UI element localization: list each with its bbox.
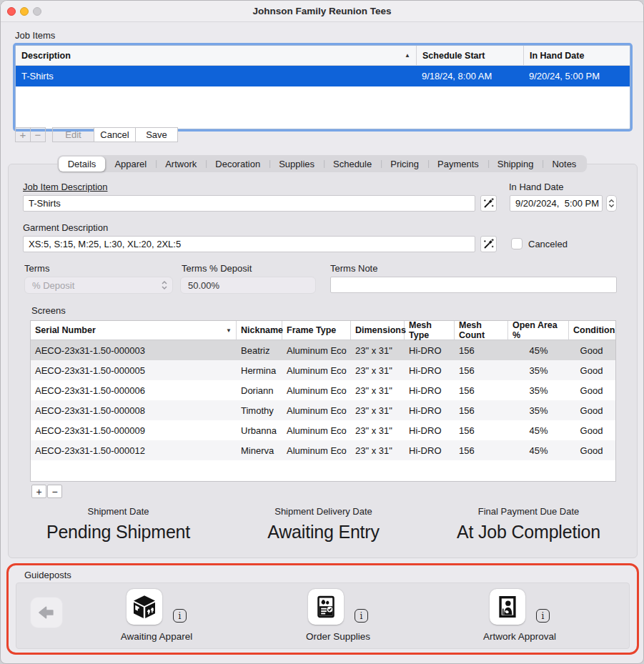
info-icon: i xyxy=(360,611,363,621)
tab-apparel[interactable]: Apparel xyxy=(105,157,156,172)
artwork-icon xyxy=(495,595,520,619)
job-item-inhand-cell: 9/20/24, 5:00 PM xyxy=(523,66,630,86)
info-button[interactable]: i xyxy=(173,609,187,623)
terms-deposit-field[interactable]: 50.00% xyxy=(180,277,316,294)
app-window: Johnson Family Reunion Tees Job Items De… xyxy=(0,0,644,664)
column-header-open-area[interactable]: Open Area % xyxy=(508,321,569,340)
tab-notes[interactable]: Notes xyxy=(543,157,585,172)
screen-row[interactable]: AECO-23x31-1.50-000005 Hermina Aluminum … xyxy=(31,360,615,380)
column-header-mesh-count[interactable]: Mesh Count xyxy=(455,321,508,340)
guidepost-artwork-approval[interactable]: i Artwork Approval xyxy=(448,589,591,642)
final-payment-due-date-label: Final Payment Due Date xyxy=(426,506,631,517)
column-header-in-hand-date[interactable]: In Hand Date xyxy=(523,46,630,65)
title-bar: Johnson Family Reunion Tees xyxy=(1,1,643,22)
guidepost-awaiting-apparel[interactable]: i Awaiting Apparel xyxy=(85,589,228,642)
remove-screen-button[interactable]: − xyxy=(47,485,62,498)
guideposts-panel: i Awaiting Apparel xyxy=(16,583,630,649)
job-item-description-input[interactable] xyxy=(23,195,475,212)
shipment-date-value: Pending Shipment xyxy=(16,522,221,542)
chevron-up-icon xyxy=(608,199,615,203)
tab-decoration[interactable]: Decoration xyxy=(206,157,269,172)
screen-row[interactable]: AECO-23x31-1.50-000009 Urbanna Aluminum … xyxy=(31,420,615,440)
screens-label: Screens xyxy=(31,305,66,316)
guidepost-tile[interactable] xyxy=(490,589,525,625)
in-hand-date-label: In Hand Date xyxy=(509,182,564,192)
shipment-date-label: Shipment Date xyxy=(16,506,221,517)
guideposts-section: Guideposts xyxy=(6,563,639,655)
screens-toolbar: + − xyxy=(31,485,62,498)
final-payment-due-date-value: At Job Completion xyxy=(426,522,631,542)
guidepost-tile[interactable] xyxy=(127,589,162,625)
edit-button[interactable]: Edit xyxy=(52,127,94,142)
tab-schedule[interactable]: Schedule xyxy=(324,157,381,172)
tab-shipping[interactable]: Shipping xyxy=(488,157,543,172)
guideposts-label: Guideposts xyxy=(24,570,71,580)
column-header-mesh-type[interactable]: Mesh Type xyxy=(405,321,455,340)
in-hand-date-input[interactable]: 9/20/2024, 5:00 PM xyxy=(510,195,603,212)
canceled-label: Canceled xyxy=(528,239,568,249)
canceled-checkbox[interactable] xyxy=(511,238,522,249)
column-header-nickname[interactable]: Nickname xyxy=(237,321,282,340)
screens-header: Serial Number ▼ Nickname Frame Type Dime… xyxy=(31,321,615,340)
info-icon: i xyxy=(542,611,545,621)
garment-description-input[interactable] xyxy=(23,236,475,252)
screen-row[interactable]: AECO-23x31-1.50-000003 Beatriz Aluminum … xyxy=(31,340,615,360)
screen-row[interactable]: AECO-23x31-1.50-000012 Minerva Aluminum … xyxy=(31,440,615,460)
guidepost-tile[interactable] xyxy=(308,589,344,625)
tab-bar: Details Apparel Artwork Decoration Suppl… xyxy=(57,155,588,172)
job-item-description-label: Job Item Description xyxy=(23,182,108,192)
column-header-dimensions[interactable]: Dimensions xyxy=(351,321,405,340)
date-stepper[interactable] xyxy=(606,195,617,212)
chevron-down-icon xyxy=(608,204,615,208)
guidepost-order-supplies[interactable]: i Order Supplies xyxy=(267,589,410,642)
tab-supplies[interactable]: Supplies xyxy=(269,157,324,172)
info-icon: i xyxy=(179,611,182,621)
shipment-delivery-date-value: Awaiting Entry xyxy=(221,522,426,542)
guidepost-label: Awaiting Apparel xyxy=(121,631,192,642)
column-header-frame-type[interactable]: Frame Type xyxy=(282,321,351,340)
terms-deposit-label: Terms % Deposit xyxy=(182,263,252,274)
shipment-delivery-date-label: Shipment Delivery Date xyxy=(221,506,426,517)
guidepost-label: Order Supplies xyxy=(306,631,370,642)
terms-note-input[interactable] xyxy=(330,277,617,293)
info-button[interactable]: i xyxy=(536,609,550,623)
tab-artwork[interactable]: Artwork xyxy=(156,157,206,172)
screens-table[interactable]: Serial Number ▼ Nickname Frame Type Dime… xyxy=(30,320,616,482)
package-icon xyxy=(132,594,157,620)
job-items-table[interactable]: Description ▲ Schedule Start In Hand Dat… xyxy=(15,45,630,129)
info-button[interactable]: i xyxy=(355,609,368,623)
sort-asc-icon: ▲ xyxy=(405,52,410,59)
terms-select[interactable]: % Deposit xyxy=(24,277,173,294)
garment-description-label: Garment Description xyxy=(23,222,108,233)
back-arrow-icon xyxy=(36,603,56,623)
terms-note-label: Terms Note xyxy=(330,263,377,274)
autofill-wand-button-2[interactable] xyxy=(480,236,497,252)
column-header-schedule-start[interactable]: Schedule Start xyxy=(416,46,523,65)
job-item-row[interactable]: T-Shirts 9/18/24, 8:00 AM 9/20/24, 5:00 … xyxy=(16,66,630,86)
select-chevrons-icon xyxy=(161,280,168,290)
add-job-item-button[interactable]: + xyxy=(15,127,31,142)
screen-row[interactable]: AECO-23x31-1.50-000008 Timothy Aluminum … xyxy=(31,400,615,420)
screen-row[interactable]: AECO-23x31-1.50-000006 Doriann Aluminum … xyxy=(31,380,615,400)
back-button[interactable] xyxy=(31,598,62,628)
column-header-description[interactable]: Description ▲ xyxy=(16,46,416,65)
supplies-icon xyxy=(314,595,338,619)
tab-pricing[interactable]: Pricing xyxy=(381,157,428,172)
column-header-serial-number[interactable]: Serial Number ▼ xyxy=(31,321,237,340)
autofill-wand-button[interactable] xyxy=(480,195,497,212)
window-title: Johnson Family Reunion Tees xyxy=(1,6,643,16)
guidepost-label: Artwork Approval xyxy=(483,631,556,642)
magic-wand-icon xyxy=(482,238,495,250)
shipment-summary: Shipment Date Pending Shipment Shipment … xyxy=(16,506,631,542)
job-item-schedule-cell: 9/18/24, 8:00 AM xyxy=(416,66,523,86)
remove-job-item-button[interactable]: − xyxy=(30,127,46,142)
sort-desc-icon: ▼ xyxy=(226,327,232,334)
tab-payments[interactable]: Payments xyxy=(428,157,488,172)
column-header-condition[interactable]: Condition xyxy=(569,321,614,340)
save-button[interactable]: Save xyxy=(135,127,178,142)
job-item-description-cell: T-Shirts xyxy=(16,66,416,86)
job-items-label: Job Items xyxy=(15,30,55,41)
tab-details[interactable]: Details xyxy=(59,157,106,172)
add-screen-button[interactable]: + xyxy=(31,485,46,498)
cancel-button[interactable]: Cancel xyxy=(94,127,136,142)
